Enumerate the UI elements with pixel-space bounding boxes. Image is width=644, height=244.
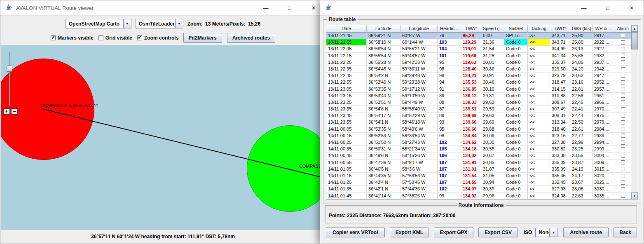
table-row[interactable]: 14/11 00:2536°51'50 N58°27'43 W102134,62… bbox=[326, 139, 631, 146]
alarm-checkbox[interactable] bbox=[621, 167, 625, 171]
table-row[interactable]: 14/11 01:1536°44'35 N57°56'56 W107131,54… bbox=[326, 173, 631, 179]
maximize-icon[interactable]: □ bbox=[596, 0, 620, 15]
tile-loader-select[interactable]: OsmTileLoader bbox=[136, 19, 183, 28]
alarm-checkbox[interactable] bbox=[621, 194, 625, 198]
table-row[interactable]: 13/11 23:3536°54'6 N58°58'40 W87139,5129… bbox=[326, 106, 631, 113]
alarm-checkbox[interactable] bbox=[621, 160, 625, 164]
minimize-icon[interactable]: — bbox=[254, 0, 278, 15]
fit2markers-button[interactable]: Fit2Markers bbox=[183, 33, 222, 43]
alarm-checkbox[interactable] bbox=[621, 127, 625, 131]
copy-to-vrtool-button[interactable]: Copier vers VRTool bbox=[326, 228, 385, 237]
zoom-controls-checkbox[interactable]: Zoom controls bbox=[137, 35, 178, 41]
alarm-checkbox[interactable] bbox=[621, 141, 625, 145]
alarm-checkbox[interactable] bbox=[621, 87, 625, 91]
column-header[interactable]: Headin... bbox=[438, 25, 461, 33]
column-header[interactable]: WP di... bbox=[592, 25, 614, 33]
map-canvas[interactable]: COMPASS-A:5,31nm 103,1° COMPASS + − bbox=[1, 45, 326, 230]
archived-routes-button[interactable]: Archived routes bbox=[227, 33, 275, 43]
column-header[interactable]: Alarm bbox=[614, 25, 632, 33]
alarm-checkbox[interactable] bbox=[621, 34, 625, 38]
alarm-checkbox[interactable] bbox=[621, 114, 625, 118]
column-header[interactable]: Date bbox=[326, 25, 367, 33]
zoom-slider-thumb[interactable] bbox=[7, 66, 12, 72]
zoom-in-button[interactable]: + bbox=[3, 108, 10, 115]
alarm-checkbox[interactable] bbox=[621, 80, 625, 84]
table-row[interactable]: 13/11 22:5536°53'40 N59°23'28 W94135,533… bbox=[326, 79, 631, 86]
table-row[interactable]: 14/11 01:3536°42'1 N57°44'36 W102134,073… bbox=[326, 186, 631, 192]
alarm-checkbox[interactable] bbox=[621, 120, 625, 124]
alarm-checkbox[interactable] bbox=[621, 47, 625, 51]
table-row[interactable]: 13/11 22:1536°55'54 N59°48'57 W101119,66… bbox=[326, 53, 631, 59]
route-viewer-titlebar[interactable]: AVALON VIRTUAL Route viewer — □ ✕ bbox=[0, 0, 326, 16]
export-gpx-button[interactable]: Export GPX bbox=[434, 228, 473, 237]
alarm-checkbox[interactable] bbox=[621, 147, 625, 151]
alarm-checkbox[interactable] bbox=[621, 60, 625, 64]
chevron-down-icon[interactable] bbox=[549, 228, 557, 237]
alarm-checkbox[interactable] bbox=[621, 181, 625, 185]
zoom-out-button[interactable]: − bbox=[11, 108, 18, 115]
scroll-up-icon[interactable]: ▲ bbox=[631, 25, 638, 32]
table-row[interactable]: 14/11 00:0536°53'35 N58°40'6 W95136,6029… bbox=[326, 126, 631, 133]
table-row[interactable]: 14/11 01:0536°46'5 N58°3'6 W107131,0131,… bbox=[326, 166, 631, 173]
export-csv-button[interactable]: Export CSV bbox=[478, 228, 518, 237]
markers-visible-checkbox[interactable]: Markers visible bbox=[51, 35, 94, 41]
chevron-down-icon[interactable] bbox=[175, 19, 183, 28]
scrollbar-thumb[interactable] bbox=[631, 32, 638, 49]
map-source-select[interactable]: OpenStreetMap Carto bbox=[66, 19, 131, 28]
table-row[interactable]: 13/11 22:3536°54'45 N59°36'11 W98128,403… bbox=[326, 66, 631, 73]
alarm-checkbox[interactable] bbox=[621, 187, 625, 191]
table-cell: 341,34 bbox=[550, 53, 570, 59]
table-row[interactable]: 13/11 22:2536°55'28 N59°42'33 W95119,633… bbox=[326, 59, 631, 66]
table-row[interactable]: 13/11 22:4536°54'2 N59°29'48 W98134,2130… bbox=[326, 73, 631, 79]
alarm-checkbox[interactable] bbox=[621, 74, 625, 78]
alarm-checkbox[interactable] bbox=[621, 174, 625, 178]
table-row[interactable]: 13/11 21:4536°59'21 N60°8'7 W7995,290,00… bbox=[326, 33, 631, 39]
column-header[interactable]: Longitude bbox=[400, 25, 438, 33]
table-row[interactable]: 13/11 23:5536°54'1 N58°46'18 W93139,6629… bbox=[326, 119, 631, 126]
table-row[interactable]: 14/11 01:4536°41'14 N57°38'26 W99134,922… bbox=[326, 193, 631, 199]
alarm-checkbox[interactable] bbox=[621, 54, 625, 58]
table-row[interactable]: 13/11 23:1536°53'40 N59°10'59 W89138,122… bbox=[326, 93, 631, 99]
table-row[interactable]: 13/11 23:2536°53'51 N59°4'49 W88139,3329… bbox=[326, 99, 631, 106]
table-cell: << bbox=[528, 152, 550, 159]
iso-select[interactable]: None bbox=[535, 228, 557, 237]
table-row[interactable]: 14/11 00:3536°50'31 N58°21'34 W105134,18… bbox=[326, 146, 631, 152]
archive-route-button[interactable]: Archive route bbox=[563, 228, 609, 237]
column-header[interactable]: TWA° bbox=[461, 25, 481, 33]
table-row[interactable]: 13/11 23:4536°54'17 N58°52'29 W88139,692… bbox=[326, 113, 631, 119]
minimize-icon[interactable]: — bbox=[572, 0, 596, 15]
back-button[interactable]: Back bbox=[614, 228, 637, 237]
column-header[interactable]: TWD° bbox=[550, 25, 570, 33]
close-icon[interactable]: ✕ bbox=[620, 0, 644, 15]
alarm-checkbox[interactable] bbox=[621, 154, 625, 158]
table-row[interactable]: 14/11 00:1536°52'53 N58°33'54 W98134,843… bbox=[326, 133, 631, 139]
column-header[interactable]: Latitude bbox=[367, 25, 400, 33]
column-header[interactable]: TWS (kts) bbox=[570, 25, 592, 33]
column-header[interactable]: SailSet bbox=[504, 25, 528, 33]
table-row[interactable]: 14/11 00:4536°49'6 N58°15'26 W106134,323… bbox=[326, 152, 631, 159]
table-row[interactable]: 13/11 21:5536°58'10 N60°1'44 W103119,293… bbox=[326, 39, 631, 46]
column-header[interactable]: Tacking bbox=[528, 25, 550, 33]
column-header[interactable]: Speed (... bbox=[481, 25, 504, 33]
alarm-checkbox[interactable] bbox=[621, 134, 625, 138]
alarm-checkbox[interactable] bbox=[621, 100, 625, 104]
table-row[interactable]: 14/11 00:5536°47'36 N58°9'17 W107131,913… bbox=[326, 160, 631, 166]
alarm-checkbox[interactable] bbox=[621, 94, 625, 98]
table-row[interactable]: 13/11 22:0536°56'54 N59°55'21 W104119,01… bbox=[326, 46, 631, 52]
table-row[interactable]: 14/11 01:2536°43'4 N57°50'46 W107134,553… bbox=[326, 179, 631, 186]
table-row[interactable]: 13/11 23:0536°53'35 N59°17'12 W91136,853… bbox=[326, 86, 631, 93]
vertical-scrollbar[interactable]: ▲ ▼ bbox=[631, 25, 638, 199]
table-cell: 36°54'45 N bbox=[367, 66, 400, 73]
zoom-slider[interactable] bbox=[6, 51, 13, 108]
grid-visible-checkbox[interactable]: Grid visible bbox=[98, 35, 132, 41]
scroll-down-icon[interactable]: ▼ bbox=[631, 192, 638, 199]
table-cell: 30,85 bbox=[481, 160, 504, 166]
export-kml-button[interactable]: Export KML bbox=[390, 228, 429, 237]
alarm-checkbox[interactable] bbox=[621, 40, 625, 45]
alarm-checkbox[interactable] bbox=[621, 107, 625, 111]
zoom-slider-track[interactable] bbox=[9, 52, 10, 106]
maximize-icon[interactable]: □ bbox=[278, 0, 302, 15]
chevron-down-icon[interactable] bbox=[123, 19, 131, 28]
alarm-checkbox[interactable] bbox=[621, 67, 625, 71]
route-table-titlebar[interactable]: — □ ✕ bbox=[320, 0, 644, 16]
